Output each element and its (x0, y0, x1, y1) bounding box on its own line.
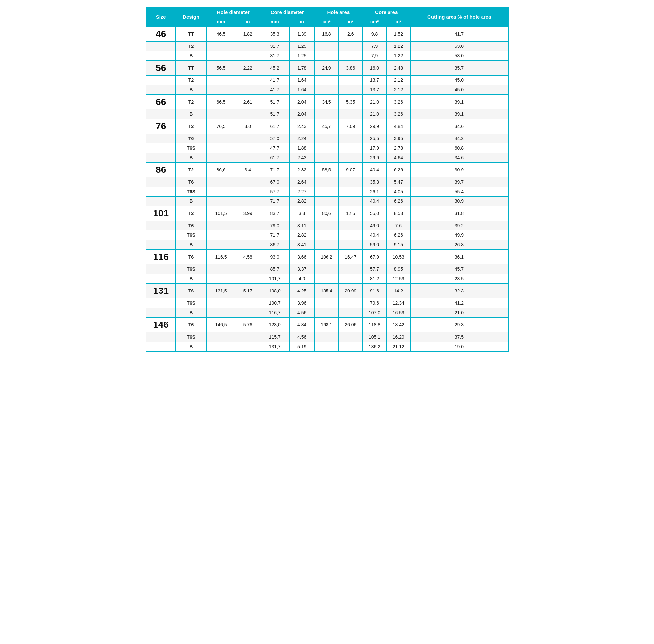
table-cell: 9.07 (338, 163, 362, 178)
table-cell: 1.25 (290, 42, 315, 51)
table-cell: 31,7 (260, 42, 290, 51)
table-cell (146, 143, 176, 153)
table-cell (146, 85, 176, 95)
table-wrapper: Size Design Hole diameter Core diameter … (146, 6, 509, 352)
table-cell (235, 221, 260, 230)
table-cell: 86,7 (260, 240, 290, 250)
table-row: T679,03.1149,07.639.2 (146, 221, 508, 230)
table-cell (315, 51, 339, 61)
table-cell: 91,6 (362, 283, 386, 298)
table-cell: 2.61 (235, 95, 260, 110)
table-cell (338, 197, 362, 206)
table-cell (206, 274, 235, 283)
table-cell: 83,7 (260, 206, 290, 221)
table-cell (235, 197, 260, 206)
table-row: T231,71.257,91.2253.0 (146, 42, 508, 51)
table-cell: T6 (176, 250, 206, 264)
table-cell (235, 178, 260, 187)
table-cell: 53.0 (411, 42, 508, 51)
table-cell: 58,5 (315, 163, 339, 178)
table-cell (315, 298, 339, 308)
table-cell: 49.9 (411, 230, 508, 240)
table-cell: 39.7 (411, 178, 508, 187)
table-cell (338, 85, 362, 95)
table-cell (338, 332, 362, 342)
table-cell (315, 274, 339, 283)
table-cell: 35,3 (260, 27, 290, 42)
table-cell: 168,1 (315, 318, 339, 332)
table-cell: 45.0 (411, 85, 508, 95)
table-cell (235, 187, 260, 197)
table-cell: B (176, 342, 206, 352)
table-cell: 45.7 (411, 264, 508, 274)
table-cell (338, 240, 362, 250)
table-cell (235, 264, 260, 274)
table-cell: 34.6 (411, 153, 508, 163)
table-cell: 86 (146, 163, 176, 178)
table-cell (315, 197, 339, 206)
table-cell (315, 75, 339, 85)
table-cell (206, 264, 235, 274)
table-cell: 3.99 (235, 206, 260, 221)
table-cell (146, 42, 176, 51)
table-cell: B (176, 85, 206, 95)
table-cell: 45.0 (411, 75, 508, 85)
table-cell (206, 134, 235, 143)
table-cell: 123,0 (260, 318, 290, 332)
table-cell (206, 332, 235, 342)
table-cell: 131,7 (260, 342, 290, 352)
table-cell: 45,7 (315, 119, 339, 134)
table-cell: T6S (176, 264, 206, 274)
table-cell: 79,6 (362, 298, 386, 308)
table-cell: B (176, 110, 206, 119)
table-cell (206, 51, 235, 61)
table-cell: 5.17 (235, 283, 260, 298)
table-cell: T6S (176, 187, 206, 197)
table-cell: 2.22 (235, 61, 260, 75)
table-cell: 47,7 (260, 143, 290, 153)
table-row: B101,74.081,212.5923.5 (146, 274, 508, 283)
table-cell: 13,7 (362, 75, 386, 85)
table-cell (338, 230, 362, 240)
table-cell (146, 187, 176, 197)
table-cell (235, 240, 260, 250)
table-cell: 3.41 (290, 240, 315, 250)
table-cell: 9,8 (362, 27, 386, 42)
header-size: Size (146, 7, 176, 27)
table-cell (338, 264, 362, 274)
table-cell: 59,0 (362, 240, 386, 250)
table-cell: 2.64 (290, 178, 315, 187)
table-cell: 4.64 (386, 153, 411, 163)
table-row: T6S100,73.9679,612.3441.2 (146, 298, 508, 308)
table-cell: 41.7 (411, 27, 508, 42)
table-cell: 8.95 (386, 264, 411, 274)
table-cell: T6S (176, 298, 206, 308)
table-cell: 56 (146, 61, 176, 75)
table-cell: 39.1 (411, 110, 508, 119)
table-cell (315, 153, 339, 163)
table-cell: 57,7 (362, 264, 386, 274)
table-row: B31,71.257,91.2253.0 (146, 51, 508, 61)
table-cell: 66,5 (206, 95, 235, 110)
table-cell (338, 51, 362, 61)
table-cell: 9.15 (386, 240, 411, 250)
table-cell: 60.8 (411, 143, 508, 153)
table-cell: 16.47 (338, 250, 362, 264)
table-cell (146, 274, 176, 283)
table-cell: 44.2 (411, 134, 508, 143)
table-cell (146, 51, 176, 61)
table-cell (315, 342, 339, 352)
table-cell (235, 51, 260, 61)
table-cell: 4.56 (290, 308, 315, 318)
table-cell (146, 221, 176, 230)
table-cell (206, 197, 235, 206)
table-cell: 71,7 (260, 197, 290, 206)
table-row: 46TT46,51.8235,31.3916,82.69,81.5241.7 (146, 27, 508, 42)
table-cell: 5.19 (290, 342, 315, 352)
table-row: T6S115,74.56105,116.2937.5 (146, 332, 508, 342)
table-cell: 1.22 (386, 42, 411, 51)
table-cell (235, 308, 260, 318)
table-cell: 45,2 (260, 61, 290, 75)
table-cell: 118,8 (362, 318, 386, 332)
table-cell: 2.6 (338, 27, 362, 42)
